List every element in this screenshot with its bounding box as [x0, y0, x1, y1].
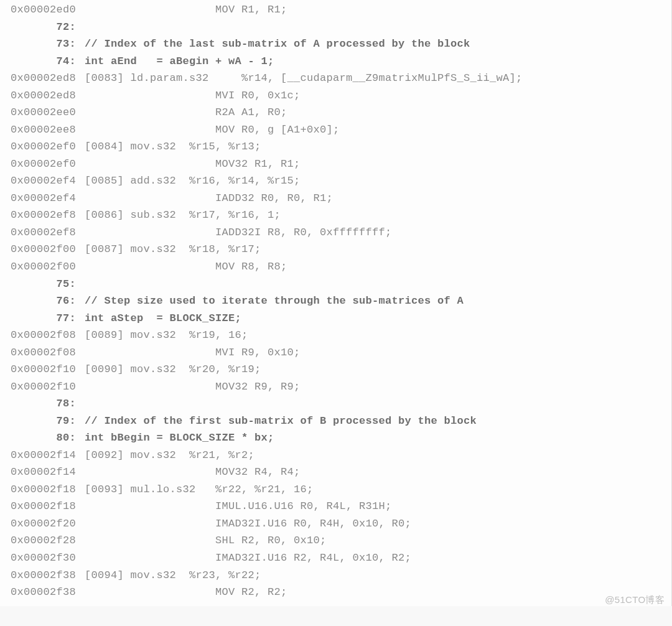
- code-text: [0092] mov.s32 %r21, %r2;: [82, 447, 671, 464]
- code-text: // Index of the first sub-matrix of B pr…: [82, 413, 671, 430]
- line-number: 79:: [0, 413, 82, 430]
- code-text: [0089] mov.s32 %r19, 16;: [82, 327, 671, 344]
- address-label: 0x00002f14: [0, 447, 82, 464]
- code-text: int aEnd = aBegin + wA - 1;: [82, 53, 671, 70]
- code-text: [0083] ld.param.s32 %r14, [__cudaparm__Z…: [82, 70, 671, 87]
- address-label: 0x00002ef0: [0, 138, 82, 156]
- address-label: 0x00002ed0: [0, 1, 82, 19]
- address-label: 0x00002f30: [0, 549, 82, 567]
- address-label: 0x00002f14: [0, 464, 82, 481]
- code-text: MOV R0, g [A1+0x0];: [82, 121, 671, 139]
- code-row: 0x00002ef0 MOV32 R1, R1;: [0, 156, 671, 173]
- code-row: 0x00002f08[0089] mov.s32 %r19, 16;: [0, 327, 671, 344]
- code-text: MOV32 R9, R9;: [82, 378, 671, 396]
- code-row: 0x00002ee8 MOV R0, g [A1+0x0];: [0, 121, 671, 139]
- code-text: SHL R2, R0, 0x10;: [82, 532, 671, 549]
- code-text: [82, 19, 671, 36]
- code-text: // Step size used to iterate through the…: [82, 292, 671, 310]
- address-label: 0x00002f10: [0, 378, 82, 396]
- code-row: 0x00002ef4[0085] add.s32 %r16, %r14, %r1…: [0, 172, 671, 190]
- code-text: IADD32I R8, R0, 0xffffffff;: [82, 224, 671, 241]
- line-number: 76:: [0, 292, 82, 310]
- code-text: MVI R0, 0x1c;: [82, 87, 671, 105]
- address-label: 0x00002f38: [0, 567, 82, 584]
- code-text: int bBegin = BLOCK_SIZE * bx;: [82, 429, 671, 447]
- code-text: [82, 395, 671, 413]
- code-row: 0x00002ed8[0083] ld.param.s32 %r14, [__c…: [0, 70, 671, 87]
- code-row: 74:int aEnd = aBegin + wA - 1;: [0, 53, 671, 70]
- code-text: [0093] mul.lo.s32 %r22, %r21, 16;: [82, 481, 671, 498]
- code-text: [0084] mov.s32 %r15, %r13;: [82, 138, 671, 156]
- address-label: 0x00002f10: [0, 361, 82, 378]
- address-label: 0x00002f20: [0, 515, 82, 533]
- code-text: MOV R8, R8;: [82, 258, 671, 276]
- disassembly-listing: 0x00002ed0 MOV R1, R1;72:73:// Index of …: [0, 0, 672, 606]
- code-text: MVI R9, 0x10;: [82, 344, 671, 362]
- code-row: 0x00002f08 MVI R9, 0x10;: [0, 344, 671, 362]
- code-row: 76:// Step size used to iterate through …: [0, 292, 671, 310]
- address-label: 0x00002ee8: [0, 121, 82, 139]
- code-row: 77:int aStep = BLOCK_SIZE;: [0, 310, 671, 327]
- code-text: MOV32 R4, R4;: [82, 464, 671, 481]
- code-row: 0x00002f10[0090] mov.s32 %r20, %r19;: [0, 361, 671, 378]
- address-label: 0x00002f18: [0, 498, 82, 515]
- line-number: 80:: [0, 429, 82, 447]
- code-text: IMAD32I.U16 R2, R4L, 0x10, R2;: [82, 549, 671, 567]
- line-number: 74:: [0, 53, 82, 70]
- code-row: 0x00002f00 MOV R8, R8;: [0, 258, 671, 276]
- address-label: 0x00002ef4: [0, 172, 82, 190]
- address-label: 0x00002f00: [0, 241, 82, 258]
- code-row: 79:// Index of the first sub-matrix of B…: [0, 413, 671, 430]
- address-label: 0x00002f18: [0, 481, 82, 498]
- code-text: [0094] mov.s32 %r23, %r22;: [82, 567, 671, 584]
- address-label: 0x00002f08: [0, 344, 82, 362]
- address-label: 0x00002f08: [0, 327, 82, 344]
- code-row: 0x00002f18[0093] mul.lo.s32 %r22, %r21, …: [0, 481, 671, 498]
- line-number: 77:: [0, 310, 82, 327]
- address-label: 0x00002f00: [0, 258, 82, 276]
- code-row: 75:: [0, 276, 671, 293]
- address-label: 0x00002ef8: [0, 207, 82, 224]
- code-row: 0x00002f14 MOV32 R4, R4;: [0, 464, 671, 481]
- code-text: [0085] add.s32 %r16, %r14, %r15;: [82, 172, 671, 190]
- code-text: [82, 276, 671, 293]
- code-row: 78:: [0, 395, 671, 413]
- code-row: 0x00002ef4 IADD32 R0, R0, R1;: [0, 190, 671, 207]
- code-row: 0x00002ef8[0086] sub.s32 %r17, %r16, 1;: [0, 207, 671, 224]
- code-row: 0x00002f18 IMUL.U16.U16 R0, R4L, R31H;: [0, 498, 671, 515]
- code-row: 0x00002ef8 IADD32I R8, R0, 0xffffffff;: [0, 224, 671, 241]
- code-text: int aStep = BLOCK_SIZE;: [82, 310, 671, 327]
- code-text: [0087] mov.s32 %r18, %r17;: [82, 241, 671, 258]
- code-text: MOV32 R1, R1;: [82, 156, 671, 173]
- code-row: 0x00002f30 IMAD32I.U16 R2, R4L, 0x10, R2…: [0, 549, 671, 567]
- watermark-text: @51CTO博客: [0, 592, 672, 607]
- code-row: 0x00002ed8 MVI R0, 0x1c;: [0, 87, 671, 105]
- code-row: 0x00002f38[0094] mov.s32 %r23, %r22;: [0, 567, 671, 584]
- code-text: IMAD32I.U16 R0, R4H, 0x10, R0;: [82, 515, 671, 533]
- code-row: 0x00002ed0 MOV R1, R1;: [0, 1, 671, 19]
- code-text: MOV R1, R1;: [82, 1, 671, 19]
- code-row: 0x00002f14[0092] mov.s32 %r21, %r2;: [0, 447, 671, 464]
- code-text: [0090] mov.s32 %r20, %r19;: [82, 361, 671, 378]
- code-row: 0x00002f10 MOV32 R9, R9;: [0, 378, 671, 396]
- address-label: 0x00002ef0: [0, 156, 82, 173]
- code-row: 80:int bBegin = BLOCK_SIZE * bx;: [0, 429, 671, 447]
- code-row: 73:// Index of the last sub-matrix of A …: [0, 35, 671, 53]
- address-label: 0x00002ef8: [0, 224, 82, 241]
- line-number: 73:: [0, 35, 82, 53]
- line-number: 72:: [0, 19, 82, 36]
- code-row: 0x00002f00[0087] mov.s32 %r18, %r17;: [0, 241, 671, 258]
- code-row: 0x00002ef0[0084] mov.s32 %r15, %r13;: [0, 138, 671, 156]
- code-text: R2A A1, R0;: [82, 104, 671, 121]
- address-label: 0x00002ed8: [0, 70, 82, 87]
- address-label: 0x00002ed8: [0, 87, 82, 105]
- address-label: 0x00002ee0: [0, 104, 82, 121]
- code-text: [0086] sub.s32 %r17, %r16, 1;: [82, 207, 671, 224]
- code-row: 0x00002f28 SHL R2, R0, 0x10;: [0, 532, 671, 549]
- code-text: // Index of the last sub-matrix of A pro…: [82, 35, 671, 53]
- code-text: IADD32 R0, R0, R1;: [82, 190, 671, 207]
- line-number: 75:: [0, 276, 82, 293]
- address-label: 0x00002ef4: [0, 190, 82, 207]
- code-row: 0x00002ee0 R2A A1, R0;: [0, 104, 671, 121]
- code-row: 72:: [0, 19, 671, 36]
